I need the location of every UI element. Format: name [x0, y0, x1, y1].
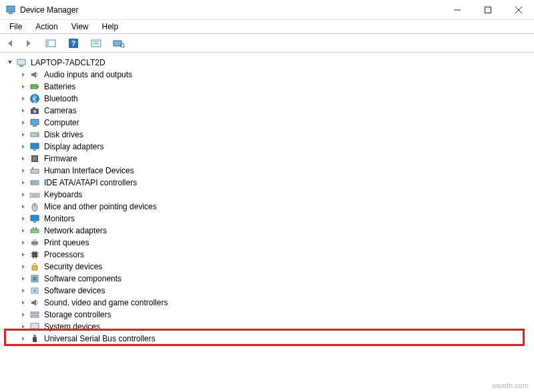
tree-item[interactable]: System devices	[5, 321, 534, 333]
svg-rect-0	[7, 6, 15, 12]
tree-item[interactable]: Print queues	[5, 237, 534, 249]
tree-item-label: Display adapters	[43, 141, 103, 153]
svg-rect-46	[33, 227, 34, 229]
tree-item[interactable]: IDE ATA/ATAPI controllers	[5, 177, 534, 189]
tree-item[interactable]: Monitors	[5, 213, 534, 225]
tree-item-label: Monitors	[43, 213, 75, 225]
tree-item[interactable]: Software devices	[5, 285, 534, 297]
tree-item[interactable]: Display adapters	[5, 141, 534, 153]
svg-rect-66	[31, 315, 39, 317]
scan-hardware-button[interactable]	[111, 35, 127, 51]
tree-item[interactable]: Cameras	[5, 105, 534, 117]
help-button[interactable]: ?	[65, 35, 81, 51]
chevron-down-icon[interactable]	[5, 58, 15, 67]
svg-rect-24	[31, 119, 39, 125]
tree-item[interactable]: Network adapters	[5, 225, 534, 237]
chevron-right-icon[interactable]	[19, 214, 28, 223]
chevron-right-icon[interactable]	[19, 166, 28, 175]
tree-item[interactable]: Keyboards	[5, 189, 534, 201]
tree-item-label: Human Interface Devices	[43, 165, 134, 177]
close-button[interactable]	[503, 0, 534, 20]
tree-root[interactable]: LAPTOP-7ADCLT2D	[5, 57, 534, 69]
chevron-right-icon[interactable]	[19, 334, 28, 343]
maximize-button[interactable]	[473, 0, 503, 20]
tree-item-label: Sound, video and game controllers	[43, 297, 168, 309]
mouse-icon	[29, 201, 40, 212]
chevron-right-icon[interactable]	[19, 322, 28, 331]
sound-icon	[29, 297, 40, 308]
tree-item[interactable]: Human Interface Devices	[5, 165, 534, 177]
tree-item[interactable]: Software components	[5, 273, 534, 285]
menu-file[interactable]: File	[4, 21, 27, 33]
forward-button[interactable]	[20, 35, 36, 51]
security-icon	[29, 261, 40, 272]
tree-item[interactable]: Security devices	[5, 261, 534, 273]
window-title: Device Manager	[20, 5, 442, 15]
chevron-right-icon[interactable]	[19, 178, 28, 187]
chevron-right-icon[interactable]	[19, 82, 28, 91]
tree-item[interactable]: Bluetooth	[5, 93, 534, 105]
titlebar: Device Manager	[0, 0, 534, 20]
tree-item-label: Processors	[43, 249, 84, 261]
svg-line-15	[123, 47, 125, 48]
monitor-icon	[29, 213, 40, 224]
tree-item[interactable]: Mice and other pointing devices	[5, 201, 534, 213]
tree-item-label: Software devices	[43, 285, 105, 297]
camera-icon	[29, 105, 40, 116]
tree-item[interactable]: Firmware	[5, 153, 534, 165]
tree-item[interactable]: Disk drives	[5, 129, 534, 141]
battery-icon	[29, 81, 40, 92]
cpu-icon	[29, 249, 40, 260]
chevron-right-icon[interactable]	[19, 154, 28, 163]
menu-help[interactable]: Help	[97, 21, 124, 33]
svg-rect-33	[32, 167, 33, 169]
svg-rect-70	[33, 337, 37, 342]
chevron-right-icon[interactable]	[19, 274, 28, 283]
tree-item[interactable]: Universal Serial Bus controllers	[5, 333, 534, 345]
ide-icon	[29, 177, 40, 188]
chevron-right-icon[interactable]	[19, 202, 28, 211]
chevron-right-icon[interactable]	[19, 286, 28, 295]
svg-rect-45	[31, 229, 39, 233]
tree-item[interactable]: Computer	[5, 117, 534, 129]
svg-rect-16	[17, 59, 25, 65]
chevron-right-icon[interactable]	[19, 298, 28, 307]
tree-item[interactable]: Sound, video and game controllers	[5, 297, 534, 309]
chevron-right-icon[interactable]	[19, 118, 28, 127]
svg-point-27	[37, 134, 38, 135]
chevron-right-icon[interactable]	[19, 226, 28, 235]
back-button[interactable]	[3, 35, 19, 51]
tree-item[interactable]: Storage controllers	[5, 309, 534, 321]
svg-rect-60	[32, 266, 37, 270]
chevron-right-icon[interactable]	[19, 130, 28, 139]
show-hide-console-button[interactable]	[43, 35, 59, 51]
chevron-right-icon[interactable]	[19, 94, 28, 103]
chevron-right-icon[interactable]	[19, 190, 28, 199]
svg-rect-3	[485, 7, 491, 13]
chevron-right-icon[interactable]	[19, 238, 28, 247]
minimize-button[interactable]	[442, 0, 473, 20]
chevron-right-icon[interactable]	[19, 142, 28, 151]
tree-item-label: Audio inputs and outputs	[43, 69, 132, 81]
tree-item[interactable]: Processors	[5, 249, 534, 261]
svg-rect-23	[33, 107, 35, 109]
chevron-right-icon[interactable]	[19, 310, 28, 319]
tree-item-label: Computer	[43, 117, 79, 129]
chevron-right-icon[interactable]	[19, 250, 28, 259]
chevron-right-icon[interactable]	[19, 70, 28, 79]
properties-button[interactable]	[88, 35, 104, 51]
menu-view[interactable]: View	[66, 21, 94, 33]
svg-rect-17	[19, 65, 23, 67]
chevron-right-icon[interactable]	[19, 262, 28, 271]
svg-rect-68	[33, 329, 37, 331]
tree-root-label: LAPTOP-7ADCLT2D	[29, 57, 105, 69]
tree-item[interactable]: Audio inputs and outputs	[5, 69, 534, 81]
menu-action[interactable]: Action	[30, 21, 63, 33]
chevron-right-icon[interactable]	[19, 106, 28, 115]
tree-item[interactable]: Batteries	[5, 81, 534, 93]
tree-item-label: Software components	[43, 273, 121, 285]
tree-item-label: Storage controllers	[43, 309, 111, 321]
keyboard-icon	[29, 189, 40, 200]
svg-rect-19	[37, 86, 39, 87]
svg-rect-38	[30, 193, 39, 197]
